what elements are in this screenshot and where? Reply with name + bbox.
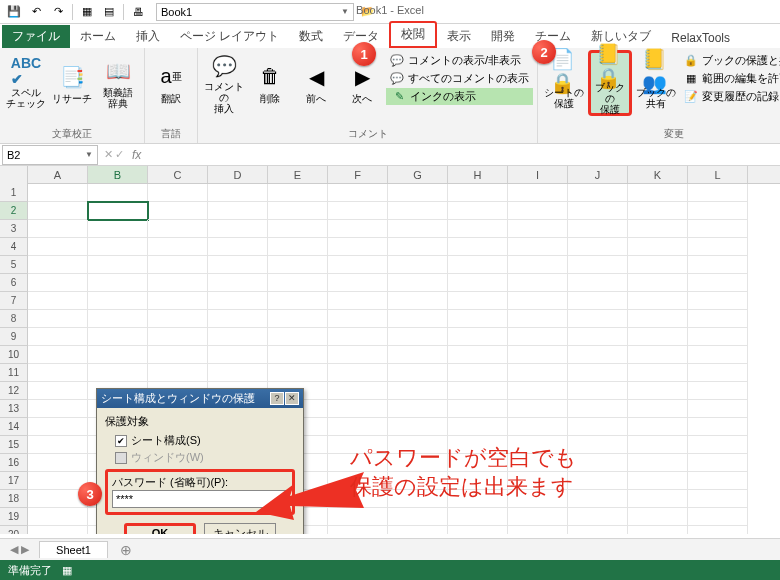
cell[interactable] [568,184,628,202]
sheet-nav[interactable]: ◀ ▶ [10,543,29,556]
cell[interactable] [88,220,148,238]
show-hide-comment-button[interactable]: 💬コメントの表示/非表示 [386,52,533,69]
cell[interactable] [28,508,88,526]
cell[interactable] [508,202,568,220]
cell[interactable] [328,364,388,382]
cell[interactable] [568,328,628,346]
cell[interactable] [688,400,748,418]
row-header[interactable]: 18 [0,490,28,508]
structure-checkbox[interactable]: ✔ [115,435,127,447]
cell[interactable] [448,328,508,346]
cell[interactable] [28,526,88,534]
cell[interactable] [508,328,568,346]
cell[interactable] [628,346,688,364]
cell[interactable] [688,382,748,400]
row-header[interactable]: 16 [0,454,28,472]
cell[interactable] [628,400,688,418]
select-all-button[interactable] [0,166,28,184]
cell[interactable] [688,310,748,328]
cell[interactable] [448,310,508,328]
cell[interactable] [568,310,628,328]
cell[interactable] [628,310,688,328]
cell[interactable] [688,454,748,472]
cell[interactable] [568,220,628,238]
row-header[interactable]: 1 [0,184,28,202]
protect-share-button[interactable]: 🔒ブックの保護と共有 [680,52,780,69]
cell[interactable] [28,328,88,346]
cell[interactable] [148,184,208,202]
cell[interactable] [208,364,268,382]
show-ink-button[interactable]: ✎インクの表示 [386,88,533,105]
cell[interactable] [568,292,628,310]
cell[interactable] [628,328,688,346]
tab-relaxtools[interactable]: RelaxTools [661,28,740,48]
cell[interactable] [328,184,388,202]
cell[interactable] [568,238,628,256]
cell[interactable] [88,256,148,274]
undo-icon[interactable]: ↶ [26,2,46,22]
cell[interactable] [88,238,148,256]
fx-label[interactable]: fx [132,148,141,162]
cell[interactable] [268,364,328,382]
protect-workbook-button[interactable]: 📒🔒ブックの 保護 [588,50,632,116]
cell[interactable] [688,292,748,310]
cell[interactable] [508,418,568,436]
cell[interactable] [148,328,208,346]
cell[interactable] [328,400,388,418]
column-header[interactable]: L [688,166,748,183]
cell[interactable] [628,526,688,534]
cell[interactable] [508,220,568,238]
column-header[interactable]: B [88,166,148,183]
column-header[interactable]: I [508,166,568,183]
qat-custom1-icon[interactable]: ▦ [77,2,97,22]
column-header[interactable]: K [628,166,688,183]
cell[interactable] [448,238,508,256]
cell[interactable] [268,184,328,202]
cell[interactable] [628,256,688,274]
row-header[interactable]: 13 [0,400,28,418]
cell[interactable] [688,364,748,382]
cell[interactable] [28,436,88,454]
cell[interactable] [388,418,448,436]
row-header[interactable]: 3 [0,220,28,238]
cell[interactable] [388,364,448,382]
cell[interactable] [388,508,448,526]
cell[interactable] [28,256,88,274]
cell[interactable] [568,472,628,490]
cell[interactable] [388,274,448,292]
row-header[interactable]: 14 [0,418,28,436]
cell[interactable] [568,436,628,454]
cell[interactable] [88,310,148,328]
cell[interactable] [508,292,568,310]
cell[interactable] [268,202,328,220]
cell[interactable] [568,526,628,534]
cell[interactable] [388,400,448,418]
cell[interactable] [508,238,568,256]
cell[interactable] [688,256,748,274]
cell[interactable] [208,274,268,292]
cell[interactable] [628,238,688,256]
row-header[interactable]: 12 [0,382,28,400]
cell[interactable] [148,346,208,364]
enter-formula-icon[interactable]: ✓ [115,148,124,161]
print-icon[interactable]: 🖶 [128,2,148,22]
column-header[interactable]: J [568,166,628,183]
cell[interactable] [568,508,628,526]
column-header[interactable]: H [448,166,508,183]
cell[interactable] [688,472,748,490]
cell[interactable] [268,238,328,256]
cell[interactable] [208,346,268,364]
cell[interactable] [688,184,748,202]
cell[interactable] [508,364,568,382]
cell[interactable] [568,382,628,400]
cell[interactable] [448,256,508,274]
cell[interactable] [148,292,208,310]
cell[interactable] [268,220,328,238]
cell[interactable] [88,292,148,310]
row-header[interactable]: 10 [0,346,28,364]
column-header[interactable]: C [148,166,208,183]
cell[interactable] [448,364,508,382]
cell[interactable] [688,220,748,238]
cell[interactable] [388,310,448,328]
cell[interactable] [88,364,148,382]
